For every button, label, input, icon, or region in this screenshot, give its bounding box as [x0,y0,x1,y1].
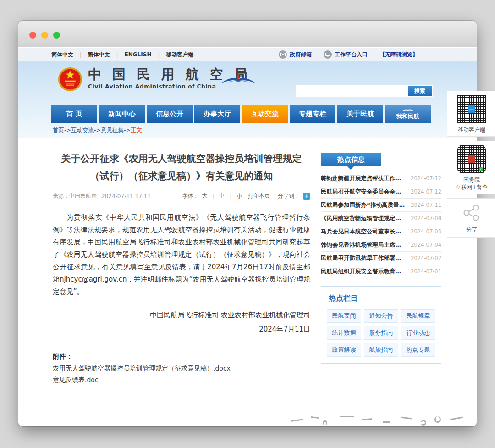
gov-mini-logo [468,155,475,163]
search-button[interactable]: 搜索 [408,86,432,96]
browser-window: 简体中文 ｜ 繁体中文 ｜ ENGLISH ｜ 移动客户端 政府邮箱 [18,21,477,426]
header-band: 中 国 民 用 航 空 局 Civil Aviation Administrat… [18,62,477,138]
national-emblem-logo [58,67,82,92]
news-item[interactable]: 民航局组织开展安全警示教育宣讲... 2024-07-01 [321,265,441,278]
zoom-window-button[interactable] [53,32,60,39]
monitor-icon [324,50,332,59]
attachment-link-docx[interactable]: 农用无人驾驶航空器操控员培训管理规定（征求意见稿）.docx [53,365,310,373]
mobile-app-qr-widget[interactable]: 移动客户端 [447,91,495,137]
column-link-hot-topics[interactable]: 热点专题 [401,343,435,357]
gov-supervision-qr-widget[interactable]: ✓ 国务院 互联网+督查 [447,141,495,194]
article-source: 来源：中国民航局 [53,192,97,200]
hot-columns-title: 热点栏目 [329,294,435,304]
attachments-label: 附件： [53,352,310,361]
column-link-industry[interactable]: 行业动态 [401,326,435,340]
article: 关于公开征求《农用无人驾驶航空器操控员培训管理规定 （试行）（征求意见稿）》有关… [53,138,310,384]
column-link-policy[interactable]: 政策解读 [327,343,361,357]
hot-columns-panel: 热点栏目 民航要闻 通知公告 民航规章 统计数据 服务指南 行业动态 政策解读 … [321,286,441,364]
share-widget[interactable]: 分享 [447,198,495,238]
check-icon: ✓ [478,167,483,171]
gov-mailbox-link[interactable]: 政府邮箱 [279,50,312,59]
nav-me-and-caac[interactable]: 我和民航 [385,105,431,123]
news-item[interactable]: 民航局召开航空安全委员会全体（... 2024-07-12 [321,185,441,199]
column-link-travel-guide[interactable]: 航旅指南 [364,343,398,357]
clipped-watermark-artifact [289,413,477,428]
separator: ｜ [115,51,120,59]
font-small-button[interactable]: 小 [236,192,242,200]
accessibility-link[interactable]: 【无障碍浏览】 [380,51,418,59]
nav-interaction-active[interactable]: 互动交流 [242,105,288,123]
window-titlebar [18,21,477,47]
share-plus-icon[interactable]: + [303,193,310,200]
page-content: 关于公开征求《农用无人驾驶航空器操控员培训管理规定 （试行）（征求意见稿）》有关… [18,138,477,426]
qr-gov-label-line2: 互联网+督查 [449,183,494,191]
qr-gov-label-line1: 国务院 [449,176,494,183]
lang-english-link[interactable]: ENGLISH [125,51,152,58]
column-link-regulations[interactable]: 民航规章 [401,309,435,323]
qr-code-gov: ✓ [457,145,486,173]
font-medium-button[interactable]: 中 [219,192,225,200]
column-link-statistics[interactable]: 统计数据 [327,326,361,340]
article-datetime: 2024-07-11 17:11 [101,193,151,199]
breadcrumb-current: 正文 [131,127,142,133]
column-link-service-guide[interactable]: 服务指南 [364,326,398,340]
hot-news-list: 韩钧赴新疆开展定点帮扶工作调研... 2024-07-12 民航局召开航空安全委… [321,172,441,278]
article-title: 关于公开征求《农用无人驾驶航空器操控员培训管理规定 （试行）（征求意见稿）》有关… [53,150,310,185]
work-platform-link[interactable]: 工作平台入口 [324,50,368,59]
font-size-label: 字体： [182,192,198,200]
article-title-line2: （试行）（征求意见稿）》有关意见的通知 [53,167,310,185]
nav-news-center[interactable]: 新闻中心 [99,105,145,123]
nav-info-disclosure[interactable]: 信息公开 [147,105,192,123]
language-links: 简体中文 ｜ 繁体中文 ｜ ENGLISH ｜ 移动客户端 [51,51,193,59]
caac-wings-icon [220,74,257,86]
site-search: 搜索 [296,85,433,97]
utility-bar: 简体中文 ｜ 繁体中文 ｜ ENGLISH ｜ 移动客户端 政府邮箱 [18,48,477,62]
news-item[interactable]: 《民用航空货物运输管理规定》发布 2024-07-08 [321,212,441,225]
mobile-client-link[interactable]: 移动客户端 [166,51,193,59]
nav-special-topics[interactable]: 专题专栏 [290,105,336,123]
breadcrumb-path[interactable]: 首页->互动交流->意见征集-> [53,127,131,133]
news-item[interactable]: 韩钧会见香港机场管理局主席林天福 2024-07-04 [321,238,441,252]
separator: ｜ [156,51,161,59]
article-signature: 中国民航局飞行标准司 农业农村部农业机械化管理司 [53,309,310,321]
hot-news-tab[interactable]: 热点信息 [321,153,381,166]
qr-mobile-label: 移动客户端 [449,126,494,133]
screenshot-stage: 简体中文 ｜ 繁体中文 ｜ ENGLISH ｜ 移动客户端 政府邮箱 [0,0,495,448]
nav-about-caac[interactable]: 关于民航 [337,105,383,123]
news-item[interactable]: 马兵会见日本航空公司董事长赤坂... 2024-07-05 [321,225,441,238]
share-to-label: 分享到： [278,192,300,200]
floating-sidebar: 移动客户端 ✓ 国务院 互联网+督查 分享 [447,91,495,238]
column-link-caac-news[interactable]: 民航要闻 [327,309,361,323]
separator: ｜ [78,51,83,59]
lang-traditional-link[interactable]: 繁体中文 [88,51,110,59]
search-input[interactable] [298,86,406,96]
right-column: 热点信息 韩钧赴新疆开展定点帮扶工作调研... 2024-07-12 民航局召开… [321,138,441,364]
news-item[interactable]: 民航局召开防汛抗旱工作部署会议 2024-07-02 [321,252,441,265]
share-icon [462,204,481,221]
font-large-button[interactable]: 大 [202,192,207,200]
article-sign-date: 2024年7月11日 [53,325,310,334]
article-body: 为贯彻落实《中华人民共和国民用航空法》《无人驾驶航空器飞行管理暂行条例》等法律法… [53,211,310,298]
nav-home[interactable]: 首 页 [51,105,97,123]
attachment-link-doc[interactable]: 意见反馈表.doc [53,376,310,384]
qr-code-mobile [457,95,486,123]
share-widget-label: 分享 [449,226,494,233]
column-link-notices[interactable]: 通知公告 [364,309,398,323]
lang-simplified-link[interactable]: 简体中文 [51,51,73,59]
caac-app-icon [468,105,475,113]
close-window-button[interactable] [29,32,36,39]
mail-icon [279,50,287,59]
main-nav: 首 页 新闻中心 信息公开 办事大厅 互动交流 专题专栏 关于民航 我和民航 [51,105,431,123]
nav-service-hall[interactable]: 办事大厅 [194,105,240,123]
breadcrumb: 首页->互动交流->意见征集->正文 [53,127,142,134]
window-controls [29,32,60,39]
news-item[interactable]: 民航局参加国新办“推动高质量发展... 2024-07-11 [321,199,441,212]
print-page-button[interactable]: 打印本页 [248,192,270,200]
meta-divider [53,205,310,205]
article-meta: 来源：中国民航局 2024-07-11 17:11 字体： 大 ｜ 中 ｜ 小 … [53,192,310,200]
news-item[interactable]: 韩钧赴新疆开展定点帮扶工作调研... 2024-07-12 [321,172,441,185]
minimize-window-button[interactable] [41,32,48,39]
article-title-line1: 关于公开征求《农用无人驾驶航空器操控员培训管理规定 [53,150,310,167]
wings-icon [401,108,415,112]
